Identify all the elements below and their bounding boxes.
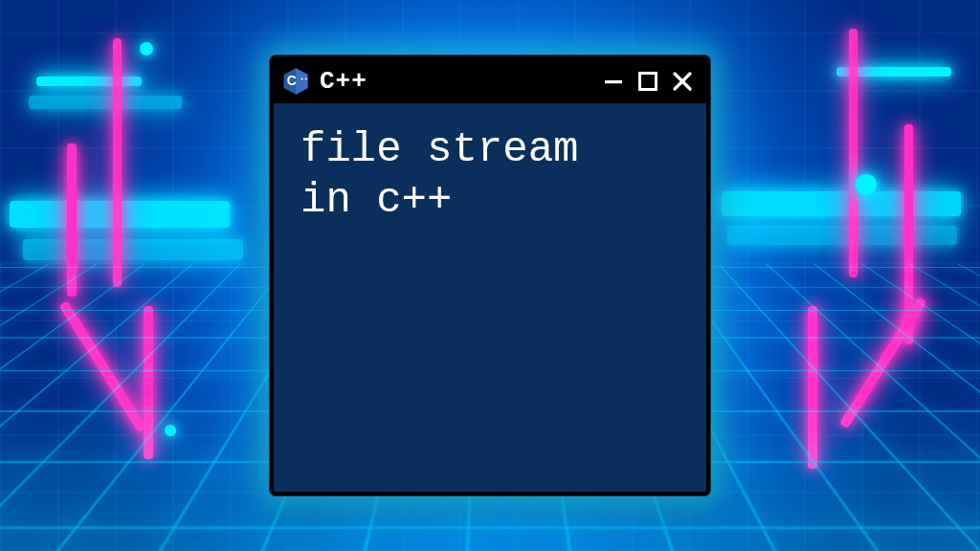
svg-text:+: + (301, 76, 304, 81)
cpp-hex-icon: C + + (281, 67, 310, 96)
maximize-button[interactable] (634, 67, 662, 96)
minimize-button[interactable] (599, 67, 628, 96)
svg-text:C: C (287, 74, 297, 88)
terminal-window: C + + C++ file stream in c++ (270, 55, 710, 496)
svg-rect-5 (605, 80, 622, 83)
terminal-body: file stream in c++ (274, 103, 706, 492)
close-button[interactable] (668, 67, 697, 96)
titlebar[interactable]: C + + C++ (274, 59, 706, 103)
terminal-text: file stream in c++ (301, 124, 679, 226)
window-controls (599, 67, 697, 96)
svg-marker-1 (296, 68, 308, 95)
svg-rect-6 (640, 74, 657, 90)
window-title: C++ (320, 67, 368, 96)
svg-text:+: + (304, 76, 308, 81)
